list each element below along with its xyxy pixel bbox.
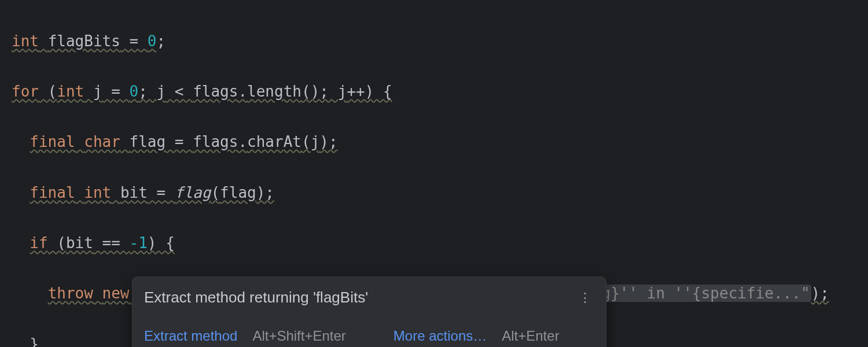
- more-actions-action[interactable]: More actions…: [393, 324, 487, 347]
- shortcut-label: Alt+Shift+Enter: [252, 324, 345, 347]
- shortcut-label: Alt+Enter: [502, 324, 559, 347]
- more-vert-icon[interactable]: ⋮: [575, 290, 594, 305]
- code-line: final char flag = flags.charAt(j);: [12, 130, 856, 155]
- extract-method-action[interactable]: Extract method: [144, 324, 237, 347]
- code-line: int flagBits = 0;: [12, 29, 856, 54]
- code-line: for (int j = 0; j < flags.length(); j++)…: [12, 79, 856, 105]
- intention-popup: Extract method returning 'flagBits' ⋮ Ex…: [132, 276, 606, 347]
- popup-title: Extract method returning 'flagBits': [144, 285, 368, 311]
- code-line: final int bit = flag(flag);: [12, 180, 856, 206]
- code-line: if (bit == -1) {: [12, 231, 856, 256]
